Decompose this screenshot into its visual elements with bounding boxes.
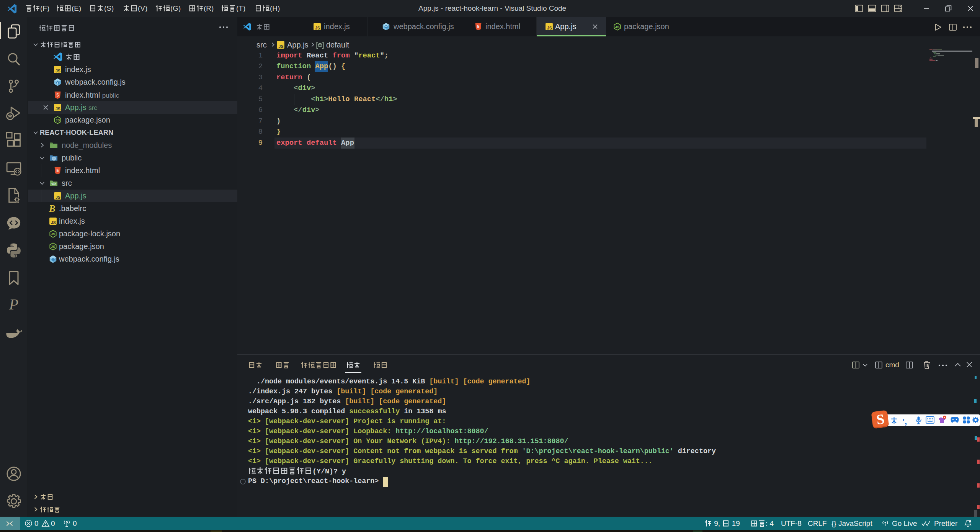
svg-text:</>: </> xyxy=(51,182,56,186)
